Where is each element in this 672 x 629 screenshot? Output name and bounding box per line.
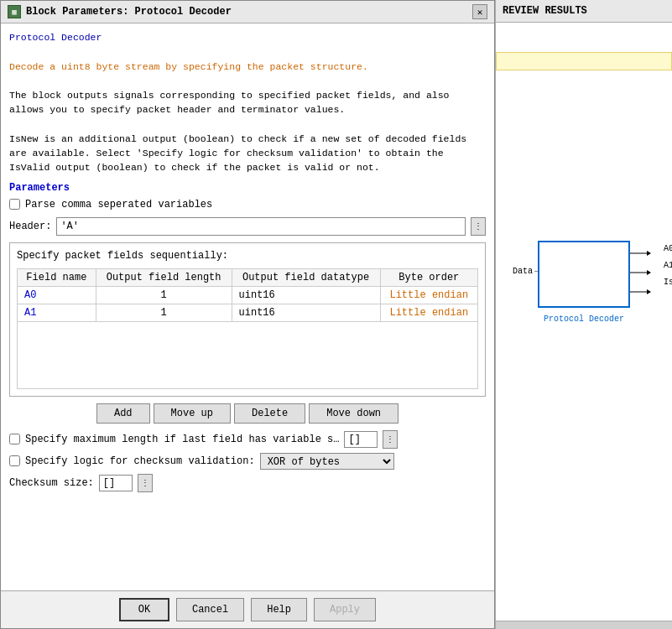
horizontal-scrollbar[interactable] <box>496 621 672 629</box>
row0-length: 1 <box>96 286 232 304</box>
output-port-isnew: IsNew <box>664 274 672 291</box>
delete-button[interactable]: Delete <box>234 403 305 424</box>
desc-line1: Decode a uint8 byte stream by specifying… <box>9 60 486 74</box>
max-length-options-btn[interactable]: ⋮ <box>383 430 398 449</box>
dialog-footer: OK Cancel Help Apply <box>1 590 494 628</box>
table-row[interactable]: A0 1 uint16 Little endian <box>18 286 478 304</box>
review-content: Data → A0 A1 IsNew <box>496 23 672 621</box>
help-button[interactable]: Help <box>251 598 307 621</box>
output-port-a1: A1 <box>664 257 672 274</box>
parse-label: Parse comma seperated variables <box>25 199 212 211</box>
row0-name: A0 <box>18 286 96 304</box>
ok-button[interactable]: OK <box>119 598 169 621</box>
row1-name: A1 <box>18 304 96 321</box>
checksum-checkbox[interactable] <box>9 455 20 466</box>
parameters-header: Parameters <box>9 182 486 194</box>
packet-fields-title: Specify packet fields sequentially: <box>17 250 478 262</box>
svg-marker-5 <box>647 289 651 294</box>
desc-line3: IsNew is an additional output (boolean) … <box>9 132 486 175</box>
col-datatype: Output field datatype <box>232 268 380 286</box>
checksum-row: Specify logic for checksum validation: X… <box>9 453 486 470</box>
dialog-icon: ▦ <box>8 5 21 18</box>
checksum-size-input[interactable] <box>99 475 133 491</box>
add-button[interactable]: Add <box>96 403 150 424</box>
move-down-button[interactable]: Move down <box>309 403 399 424</box>
empty-row <box>18 321 478 388</box>
svg-marker-4 <box>647 270 651 275</box>
apply-button[interactable]: Apply <box>314 598 376 621</box>
dialog-title: Block Parameters: Protocol Decoder <box>26 6 232 18</box>
row0-byteorder: Little endian <box>380 286 477 304</box>
checksum-size-btn[interactable]: ⋮ <box>138 474 153 492</box>
checksum-size-row: Checksum size: ⋮ <box>9 474 486 492</box>
desc-line1-text: Decode a uint8 byte stream by specifying… <box>9 61 368 72</box>
table-row[interactable]: A1 1 uint16 Little endian <box>18 304 478 321</box>
header-row: Header: ⋮ <box>9 217 486 236</box>
block-name-title: Protocol Decoder <box>9 30 486 44</box>
svg-marker-3 <box>647 251 651 256</box>
connection-lines <box>513 224 664 325</box>
titlebar-left: ▦ Block Parameters: Protocol Decoder <box>8 5 232 18</box>
move-up-button[interactable]: Move up <box>154 403 231 424</box>
output-ports: A0 A1 IsNew <box>664 241 672 291</box>
header-label: Header: <box>9 221 51 232</box>
col-output-length: Output field length <box>96 268 232 286</box>
field-table: Field name Output field length Output fi… <box>17 268 478 389</box>
cancel-button[interactable]: Cancel <box>176 598 244 621</box>
row1-byteorder: Little endian <box>380 304 477 321</box>
highlight-bar <box>496 52 672 70</box>
close-button[interactable]: ✕ <box>472 4 487 19</box>
description-block: Protocol Decoder Decode a uint8 byte str… <box>9 30 486 175</box>
header-input[interactable] <box>56 217 466 236</box>
checksum-size-label: Checksum size: <box>9 477 94 489</box>
max-length-input[interactable] <box>344 431 378 448</box>
dialog-content: Protocol Decoder Decode a uint8 byte str… <box>1 23 494 590</box>
block-name-text: Protocol Decoder <box>9 32 102 43</box>
review-header: REVIEW RESULTS <box>496 0 672 23</box>
parse-checkbox-row: Parse comma seperated variables <box>9 199 486 211</box>
col-field-name: Field name <box>18 268 96 286</box>
checksum-select[interactable]: XOR of bytes CRC None <box>260 453 394 470</box>
header-options-button[interactable]: ⋮ <box>471 217 486 236</box>
packet-fields-group: Specify packet fields sequentially: Fiel… <box>9 242 486 397</box>
row1-datatype: uint16 <box>232 304 380 321</box>
parse-checkbox[interactable] <box>9 199 20 210</box>
simulink-block-diagram: Data → A0 A1 IsNew <box>513 224 647 316</box>
output-port-a0: A0 <box>664 241 672 257</box>
max-length-row: Specify maximum length if last field has… <box>9 430 486 449</box>
dialog-titlebar: ▦ Block Parameters: Protocol Decoder ✕ <box>1 1 494 23</box>
right-panel: REVIEW RESULTS Data → A0 A1 IsNew <box>495 0 672 629</box>
col-byte-order: Byte order <box>380 268 477 286</box>
block-parameters-dialog: ▦ Block Parameters: Protocol Decoder ✕ P… <box>0 0 495 629</box>
desc-line2: The block outputs signals corresponding … <box>9 88 486 117</box>
row0-datatype: uint16 <box>232 286 380 304</box>
checksum-label: Specify logic for checksum validation: <box>25 455 255 467</box>
row1-length: 1 <box>96 304 232 321</box>
block-name-below[interactable]: Protocol Decoder <box>538 314 630 324</box>
action-buttons-row: Add Move up Delete Move down <box>9 403 486 424</box>
max-length-label: Specify maximum length if last field has… <box>25 434 339 445</box>
max-length-checkbox[interactable] <box>9 434 20 444</box>
